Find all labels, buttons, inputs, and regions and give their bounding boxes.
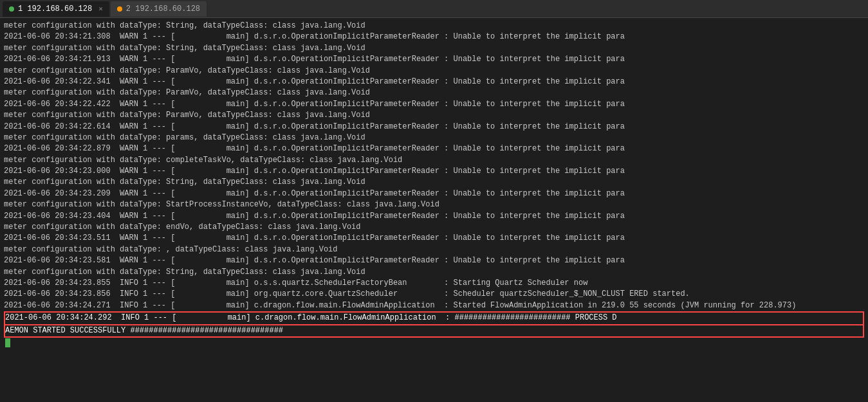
log-line-7: 2021-06-06 20:34:22.422 WARN 1 --- [ mai…	[4, 100, 625, 109]
log-line-12: meter configuration with dataType: compl…	[4, 156, 402, 165]
tab-label-tab2: 2 192.168.60.128	[126, 5, 200, 14]
log-line-28: 2021-06-06 20:34:24.292 INFO 1 --- [ mai…	[4, 311, 864, 325]
log-line-18: meter configuration with dataType: endVo…	[4, 223, 361, 232]
log-line-29: AEMON STARTED SUCCESSFULLY #############…	[4, 325, 864, 338]
log-line-20: meter configuration with dataType: , dat…	[4, 245, 337, 254]
tab-indicator-tab2	[117, 6, 122, 12]
log-line-3: 2021-06-06 20:34:21.913 WARN 1 --- [ mai…	[4, 55, 625, 64]
log-line-5: 2021-06-06 20:34:22.341 WARN 1 --- [ mai…	[4, 77, 625, 86]
cursor-line	[4, 338, 864, 349]
log-line-17: 2021-06-06 20:34:23.404 WARN 1 --- [ mai…	[4, 212, 625, 221]
log-line-8: meter configuration with dataType: Param…	[4, 111, 370, 120]
log-line-19: 2021-06-06 20:34:23.511 WARN 1 --- [ mai…	[4, 233, 625, 242]
log-line-10: meter configuration with dataType: param…	[4, 133, 365, 142]
log-line-16: meter configuration with dataType: Start…	[4, 200, 439, 209]
tab-label-tab1: 1 192.168.60.128	[18, 5, 92, 14]
log-line-21: 2021-06-06 20:34:23.581 WARN 1 --- [ mai…	[4, 256, 625, 265]
terminal-cursor	[5, 338, 10, 347]
log-line-24: 2021-06-06 20:34:23.856 INFO 1 --- [ mai…	[4, 289, 625, 298]
log-line-4: meter configuration with dataType: Param…	[4, 66, 370, 75]
tab-close-tab1[interactable]: ✕	[98, 5, 103, 13]
log-line-2: meter configuration with dataType: Strin…	[4, 44, 365, 53]
tab-tab2[interactable]: 2 192.168.60.128	[111, 1, 207, 17]
log-line-27: 55 seconds (JVM running for 228.973)	[629, 301, 796, 310]
log-line-15: 2021-06-06 20:34:23.209 WARN 1 --- [ mai…	[4, 189, 625, 198]
log-line-25: ERED started.	[629, 289, 690, 298]
log-line-9: 2021-06-06 20:34:22.614 WARN 1 --- [ mai…	[4, 122, 625, 131]
log-line-26: 2021-06-06 20:34:24.271 INFO 1 --- [ mai…	[4, 301, 625, 310]
log-line-6: meter configuration with dataType: Param…	[4, 88, 370, 97]
log-line-14: meter configuration with dataType: Strin…	[4, 178, 365, 187]
log-line-23: 2021-06-06 20:34:23.855 INFO 1 --- [ mai…	[4, 279, 587, 288]
tab-indicator-tab1	[9, 6, 14, 12]
log-line-0: meter configuration with dataType: Strin…	[4, 21, 365, 30]
log-line-1: 2021-06-06 20:34:21.308 WARN 1 --- [ mai…	[4, 32, 625, 41]
log-line-11: 2021-06-06 20:34:22.879 WARN 1 --- [ mai…	[4, 144, 625, 153]
tab-bar: 1 192.168.60.128✕2 192.168.60.128	[0, 0, 868, 18]
log-line-22: meter configuration with dataType: Strin…	[4, 268, 365, 277]
log-container[interactable]: meter configuration with dataType: Strin…	[0, 18, 868, 402]
log-line-13: 2021-06-06 20:34:23.000 WARN 1 --- [ mai…	[4, 167, 625, 176]
tab-tab1[interactable]: 1 192.168.60.128✕	[3, 1, 109, 17]
terminal-window: 1 192.168.60.128✕2 192.168.60.128 meter …	[0, 0, 868, 402]
